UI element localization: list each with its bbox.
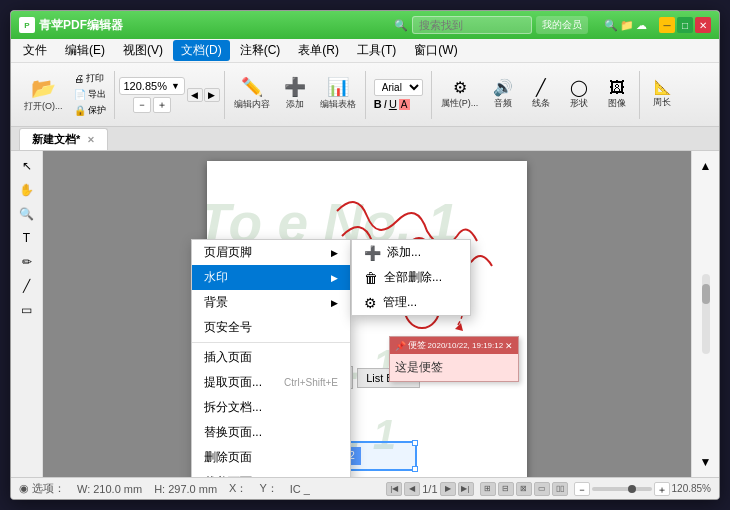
toolbar-search-icon: 🔍: [604, 19, 618, 32]
menu-page-security[interactable]: 页安全号: [192, 315, 350, 340]
font-select[interactable]: Arial: [374, 79, 423, 96]
shape-button[interactable]: ◯ 形状: [561, 68, 597, 122]
menu-form[interactable]: 表单(R): [290, 40, 347, 61]
measure-button[interactable]: 📐 周长: [644, 68, 680, 122]
doc-area[interactable]: To e No. 1 To e No. 1 To e No. 1 To e No…: [43, 151, 691, 477]
edit-table-button[interactable]: 📊 编辑表格: [315, 68, 361, 122]
prev-page-button[interactable]: ◀: [187, 88, 203, 102]
main-content: ↖ ✋ 🔍 T ✏ ╱ ▭ To e No. 1 To e No. 1 To e…: [11, 151, 719, 477]
rp-scroll-up[interactable]: ▲: [695, 155, 717, 177]
zoom-control: － ＋ 120.85%: [574, 482, 711, 496]
handle-tr[interactable]: [412, 440, 418, 446]
minimize-button[interactable]: ─: [659, 17, 675, 33]
properties-icon: ⚙: [453, 79, 467, 97]
sound-icon: 🔊: [493, 79, 513, 97]
sidebar-hand[interactable]: ✋: [14, 179, 40, 201]
submenu-delete-all[interactable]: 🗑 全部删除...: [352, 265, 470, 290]
toolbar-small-2[interactable]: 📄导出: [70, 87, 110, 102]
sticky-close-btn[interactable]: ✕: [505, 341, 513, 351]
tab-close-btn[interactable]: ✕: [87, 135, 95, 145]
menu-comment[interactable]: 注释(C): [232, 40, 289, 61]
menu-replace-page[interactable]: 替换页面...: [192, 420, 350, 445]
rp-scroll-down[interactable]: ▼: [695, 451, 717, 473]
color-btn[interactable]: A: [399, 99, 410, 110]
sidebar-edit[interactable]: ✏: [14, 251, 40, 273]
menu-background[interactable]: 背景 ▶: [192, 290, 350, 315]
edit-content-button[interactable]: ✏️ 编辑内容: [229, 68, 275, 122]
sidebar-line[interactable]: ╱: [14, 275, 40, 297]
add-button[interactable]: ➕ 添加: [277, 68, 313, 122]
member-btn[interactable]: 我的会员: [536, 16, 588, 34]
delete-submenu-icon: 🗑: [364, 270, 378, 286]
menu-extract-page[interactable]: 提取页面... Ctrl+Shift+E: [192, 370, 350, 395]
zoom-in-bottom[interactable]: ＋: [654, 482, 670, 496]
search-input[interactable]: [412, 16, 532, 34]
menu-split-doc[interactable]: 拆分文档...: [192, 395, 350, 420]
submenu-manage[interactable]: ⚙ 管理...: [352, 290, 470, 315]
fit-page-btn[interactable]: ⊞: [480, 482, 496, 496]
dropdown-menu: 页眉页脚 ▶ 水印 ▶ 背景 ▶ 页安全号 插入页面: [191, 239, 351, 477]
sidebar-cursor[interactable]: ↖: [14, 155, 40, 177]
menu-tools[interactable]: 工具(T): [349, 40, 404, 61]
line-button[interactable]: ╱ 线条: [523, 68, 559, 122]
handle-br[interactable]: [412, 466, 418, 472]
properties-label: 属性(P)...: [441, 97, 479, 110]
last-page-btn[interactable]: ▶|: [458, 482, 474, 496]
sidebar-zoom[interactable]: 🔍: [14, 203, 40, 225]
zoom-out-bottom[interactable]: －: [574, 482, 590, 496]
menu-watermark[interactable]: 水印 ▶: [192, 265, 350, 290]
menu-window[interactable]: 窗口(W): [406, 40, 465, 61]
edit-table-label: 编辑表格: [320, 98, 356, 111]
view-double-btn[interactable]: ▯▯: [552, 482, 568, 496]
sidebar-rect[interactable]: ▭: [14, 299, 40, 321]
ic-label: IC _: [290, 483, 310, 495]
page-indicator: 1/1: [422, 483, 437, 495]
properties-button[interactable]: ⚙ 属性(P)...: [436, 68, 484, 122]
sidebar-text[interactable]: T: [14, 227, 40, 249]
close-button[interactable]: ✕: [695, 17, 711, 33]
bold-btn[interactable]: B: [374, 98, 382, 110]
next-page-btn-2[interactable]: ▶: [440, 482, 456, 496]
sound-button[interactable]: 🔊 音频: [485, 68, 521, 122]
search-area: 🔍 我的会员: [394, 16, 588, 34]
height-value: 297.0 mm: [168, 483, 217, 495]
open-button[interactable]: 📂 打开(O)...: [19, 68, 68, 122]
sticky-title: 便签: [408, 339, 426, 352]
fit-width-btn[interactable]: ⊟: [498, 482, 514, 496]
menu-doc[interactable]: 文档(D): [173, 40, 230, 61]
zoom-slider[interactable]: [592, 487, 652, 491]
edit-table-icon: 📊: [327, 78, 349, 98]
app-window: P 青苹PDF编辑器 🔍 我的会员 🔍 📁 ☁ ─ □ ✕ 文件 编辑(E): [10, 10, 720, 500]
zoom-dropdown-icon[interactable]: ▼: [171, 81, 180, 91]
menu-edit[interactable]: 编辑(E): [57, 40, 113, 61]
prev-page-btn[interactable]: ◀: [404, 482, 420, 496]
zoom-in-button[interactable]: ＋: [153, 97, 171, 113]
image-button[interactable]: 🖼 图像: [599, 68, 635, 122]
submenu-add[interactable]: ➕ 添加...: [352, 240, 470, 265]
open-label: 打开(O)...: [24, 100, 63, 113]
maximize-button[interactable]: □: [677, 17, 693, 33]
doc-tab[interactable]: 新建文档* ✕: [19, 128, 108, 150]
toolbar-small-3[interactable]: 🔒保护: [70, 103, 110, 118]
zoom-input[interactable]: 120.85% ▼: [119, 77, 185, 95]
menu-insert-page[interactable]: 插入页面: [192, 345, 350, 370]
edit-content-label: 编辑内容: [234, 98, 270, 111]
sticky-text: 这是便签: [395, 360, 443, 374]
zoom-out-button[interactable]: －: [133, 97, 151, 113]
menu-crop-page[interactable]: 裁剪页面: [192, 470, 350, 477]
menu-header-footer[interactable]: 页眉页脚 ▶: [192, 240, 350, 265]
underline-btn[interactable]: U: [389, 98, 397, 110]
toolbar-small-1[interactable]: 🖨打印: [70, 71, 110, 86]
menu-view[interactable]: 视图(V): [115, 40, 171, 61]
first-page-btn[interactable]: |◀: [386, 482, 402, 496]
view-single-btn[interactable]: ▭: [534, 482, 550, 496]
menu-delete-page[interactable]: 删除页面: [192, 445, 350, 470]
app-logo: P 青苹PDF编辑器: [19, 17, 123, 34]
italic-btn[interactable]: I: [384, 98, 387, 110]
add-submenu-icon: ➕: [364, 245, 381, 261]
fit-height-btn[interactable]: ⊠: [516, 482, 532, 496]
menu-file[interactable]: 文件: [15, 40, 55, 61]
status-selection: ◉ 选项：: [19, 481, 65, 496]
next-page-button[interactable]: ▶: [204, 88, 220, 102]
width-value: 210.0 mm: [93, 483, 142, 495]
